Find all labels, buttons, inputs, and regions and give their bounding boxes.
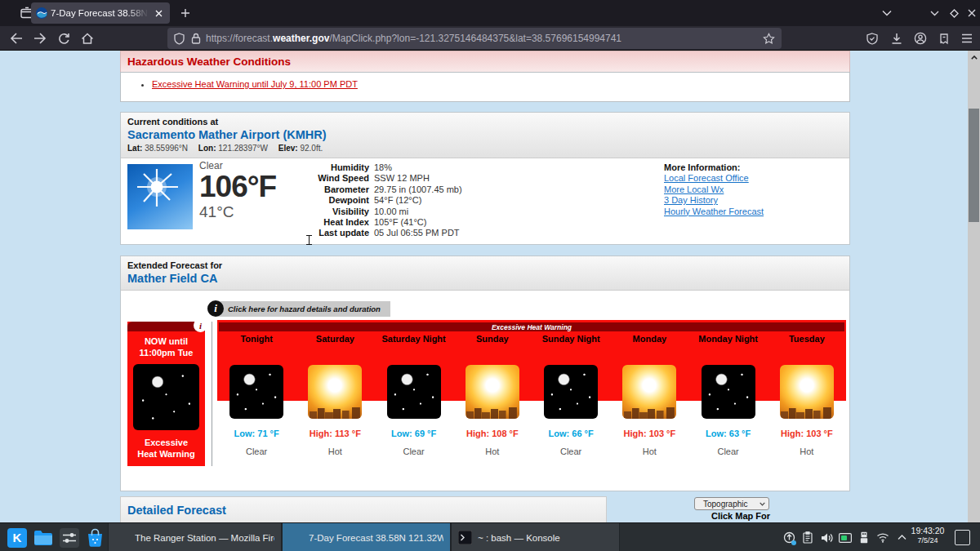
screen: 7-Day Forecast 38.58N 121 xyxy=(0,0,980,551)
hazard-alert-box: Excessive Heat Warning until July 9, 11:… xyxy=(120,72,850,102)
download-icon[interactable] xyxy=(889,30,905,47)
station-link[interactable]: Sacramento Mather Airport (KMHR) xyxy=(127,128,843,141)
forecast-period-column[interactable]: Monday High: 103 °F Hot xyxy=(610,320,688,466)
noaa-favicon xyxy=(36,7,47,19)
extended-forecast-label: Extended Forecast for xyxy=(127,260,843,270)
wifi-icon[interactable] xyxy=(876,531,889,544)
detail-label: Barometer xyxy=(310,184,369,195)
taskbar-window-button[interactable]: 7-Day Forecast 38.58N 121.32W — ... xyxy=(282,523,451,551)
tray-expand-icon[interactable] xyxy=(895,531,908,544)
map-caption: Click Map For Forecast xyxy=(692,511,790,522)
volume-icon[interactable] xyxy=(820,531,833,544)
forward-icon[interactable] xyxy=(32,30,48,47)
forecast-period-column[interactable]: Sunday High: 108 °F Hot xyxy=(453,320,532,466)
period-desc: Clear xyxy=(560,447,581,456)
extended-forecast-header: Extended Forecast for Mather Field CA xyxy=(121,256,849,291)
window-title: ~ : bash — Konsole xyxy=(478,533,560,543)
now-warning-tile[interactable]: i NOW until 11:00pm Tue Excessive Heat W… xyxy=(127,322,205,466)
detail-value: SSW 12 MPH xyxy=(374,173,430,184)
tracking-shield-icon[interactable] xyxy=(174,33,185,45)
clock[interactable]: 19:43:20 7/5/24 xyxy=(908,526,947,545)
new-tab-button[interactable] xyxy=(178,6,193,20)
map-type-value: Topographic xyxy=(703,500,747,509)
now-until-line1: NOW until xyxy=(127,335,205,347)
current-conditions-header: Current conditions at Sacramento Mather … xyxy=(121,113,849,158)
current-temp-c: 41°C xyxy=(199,203,276,221)
now-warning-line1: Excessive xyxy=(127,437,205,448)
updates-icon[interactable] xyxy=(782,531,795,544)
taskbar-window-button[interactable]: ~ : bash — Konsole xyxy=(451,523,620,551)
system-tray xyxy=(782,523,908,551)
forecast-strip: Excessive Heat Warning i NOW until 11:00… xyxy=(121,320,851,466)
app-icon xyxy=(115,531,129,544)
forecast-period-column[interactable]: Sunday Night Low: 66 °F Clear xyxy=(532,320,610,466)
home-icon[interactable] xyxy=(79,30,96,47)
forecast-location-link[interactable]: Mather Field CA xyxy=(127,272,843,285)
clipboard-icon[interactable] xyxy=(801,531,814,544)
hazard-details-button[interactable]: i Click here for hazard details and dura… xyxy=(207,300,390,317)
info-link[interactable]: Hourly Weather Forecast xyxy=(664,207,811,217)
lock-icon[interactable] xyxy=(191,33,201,44)
list-all-tabs-icon[interactable] xyxy=(879,5,895,21)
now-until-line2: 11:00pm Tue xyxy=(127,347,205,358)
account-icon[interactable] xyxy=(912,30,929,47)
coordinate: Lat: 38.55996°N xyxy=(127,144,188,153)
menu-icon[interactable] xyxy=(959,30,975,47)
clock-time: 19:43:20 xyxy=(908,526,947,536)
period-temp: Low: 66 °F xyxy=(549,429,594,438)
window-minimize-icon[interactable] xyxy=(926,5,942,21)
system-settings-icon[interactable] xyxy=(59,527,79,548)
info-link[interactable]: More Local Wx xyxy=(664,184,811,195)
extended-forecast-panel: Extended Forecast for Mather Field CA i … xyxy=(120,256,850,491)
file-manager-icon[interactable] xyxy=(33,527,53,548)
forecast-period-column[interactable]: Tuesday High: 103 °F Hot xyxy=(768,320,846,466)
back-icon[interactable] xyxy=(8,30,24,47)
period-temp: Low: 71 °F xyxy=(234,429,279,438)
browser-tab[interactable]: 7-Day Forecast 38.58N 121 xyxy=(31,2,170,24)
period-desc: Hot xyxy=(800,447,813,456)
tab-close-icon[interactable] xyxy=(152,7,165,20)
period-desc: Clear xyxy=(717,447,738,456)
window-close-icon[interactable] xyxy=(964,5,980,21)
period-temp: High: 103 °F xyxy=(781,429,833,438)
scrollbar-up-icon[interactable] xyxy=(969,53,978,62)
hazard-list: Excessive Heat Warning until July 9, 11:… xyxy=(145,79,849,89)
bookmark-star-icon[interactable] xyxy=(763,33,775,45)
current-temp-block: Clear 106°F 41°C xyxy=(199,160,276,221)
info-link[interactable]: Local Forecast Office xyxy=(664,173,811,184)
more-information-links: Local Forecast Office More Local Wx 3 Da… xyxy=(664,173,811,217)
display-settings-icon[interactable] xyxy=(839,531,852,544)
period-temp: Low: 69 °F xyxy=(391,429,436,438)
forecast-columns: Tonight Low: 71 °F Clear Saturday High: … xyxy=(217,320,846,466)
hazard-link[interactable]: Excessive Heat Warning until July 9, 11:… xyxy=(152,79,358,89)
removable-device-icon[interactable] xyxy=(858,531,871,544)
period-desc: Hot xyxy=(643,447,657,456)
virtual-desktop-pager[interactable] xyxy=(955,530,970,545)
map-type-select[interactable]: Topographic xyxy=(694,497,769,510)
app-icon xyxy=(458,531,472,544)
divider xyxy=(212,322,212,466)
url-bar[interactable]: https://forecast.weather.gov/MapClick.ph… xyxy=(167,28,782,49)
forecast-period-column[interactable]: Tonight Low: 71 °F Clear xyxy=(217,320,296,466)
scrollbar-thumb[interactable] xyxy=(969,109,979,222)
current-conditions-label: Current conditions at xyxy=(127,117,843,127)
forecast-period-column[interactable]: Monday Night Low: 63 °F Clear xyxy=(689,320,768,466)
coordinate: Lon: 121.28397°W xyxy=(198,144,268,153)
app-launcher-icon[interactable]: K xyxy=(7,527,27,548)
extensions-icon[interactable] xyxy=(936,30,952,47)
forecast-period-column[interactable]: Saturday Night Low: 69 °F Clear xyxy=(375,320,453,466)
privacy-shield-icon[interactable] xyxy=(864,30,880,47)
reload-icon[interactable] xyxy=(56,30,72,47)
taskbar-window-button[interactable]: The Ranger Station — Mozilla Firefox xyxy=(108,523,282,551)
window-title: 7-Day Forecast 38.58N 121.32W — ... xyxy=(309,533,443,543)
detail-label: Wind Speed xyxy=(310,173,369,184)
weather-icon xyxy=(308,365,362,419)
page-scrollbar[interactable] xyxy=(968,51,980,522)
period-desc: Clear xyxy=(246,447,267,456)
window-maximize-icon[interactable] xyxy=(946,5,962,21)
hazard-section-header: Hazardous Weather Conditions xyxy=(120,51,850,72)
info-link[interactable]: 3 Day History xyxy=(664,195,811,206)
discover-store-icon[interactable] xyxy=(85,527,105,548)
period-temp: High: 108 °F xyxy=(466,429,519,438)
forecast-period-column[interactable]: Saturday High: 113 °F Hot xyxy=(296,320,374,466)
